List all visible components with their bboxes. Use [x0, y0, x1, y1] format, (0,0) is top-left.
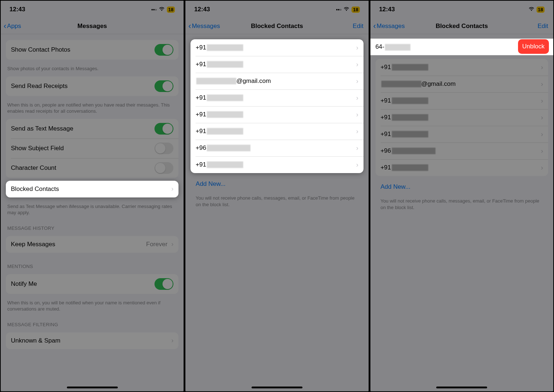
group-history: Keep Messages Forever › — [6, 236, 178, 253]
blocked-contact-row[interactable]: +96 › — [190, 140, 363, 156]
chevron-right-icon: › — [356, 111, 358, 119]
row-value: Forever — [146, 241, 168, 248]
blocked-contact-row[interactable]: +91 › — [190, 156, 363, 173]
toggle-on-icon[interactable] — [154, 80, 173, 92]
group-sms: Send as Text Message Show Subject Field … — [6, 119, 178, 178]
page-title: Blocked Contacts — [251, 23, 303, 30]
unblock-button[interactable]: Unblock — [518, 39, 549, 54]
blocked-contact-row[interactable]: +91 › — [376, 109, 548, 126]
contact-prefix: +96 — [381, 147, 391, 155]
contact-prefix: +91 — [196, 61, 206, 68]
redacted-text — [392, 148, 435, 154]
chevron-right-icon: › — [541, 114, 543, 121]
contact-prefix: +91 — [381, 131, 391, 138]
contact-prefix: +96 — [196, 144, 206, 152]
intro-footer — [1, 34, 184, 37]
blocked-contact-row[interactable]: +91 › — [190, 39, 363, 56]
add-new-button[interactable]: Add New... — [185, 176, 368, 192]
chevron-right-icon: › — [171, 185, 173, 193]
contact-photos-footer: Show photos of your contacts in Messages… — [1, 63, 184, 73]
redacted-text — [392, 131, 428, 137]
home-indicator[interactable] — [252, 387, 302, 388]
row-notify-me[interactable]: Notify Me — [6, 274, 178, 294]
redacted-text — [207, 145, 250, 151]
status-time: 12:43 — [379, 6, 395, 13]
contact-prefix: +91 — [381, 164, 391, 171]
chevron-right-icon: › — [356, 77, 358, 85]
chevron-right-icon: › — [541, 64, 543, 71]
back-button[interactable]: ‹ Apps — [4, 18, 21, 34]
contact-fragment: 64- — [376, 43, 385, 50]
blocked-contact-row[interactable]: +91 › — [376, 159, 548, 176]
redacted-text — [207, 61, 243, 68]
blocked-contact-row[interactable]: +96 › — [376, 143, 548, 159]
toggle-on-icon[interactable] — [154, 44, 173, 56]
blocked-contact-row[interactable]: +91 › — [190, 106, 363, 123]
home-indicator[interactable] — [436, 387, 487, 388]
back-button[interactable]: ‹ Messages — [188, 18, 220, 34]
contact-prefix: +91 — [196, 128, 206, 135]
chevron-right-icon: › — [356, 94, 358, 102]
toggle-on-icon[interactable] — [154, 278, 173, 290]
back-button[interactable]: ‹ Messages — [373, 18, 405, 34]
row-unknown-spam[interactable]: Unknown & Spam › — [6, 332, 178, 349]
row-show-subject[interactable]: Show Subject Field — [6, 139, 178, 158]
contact-prefix: +91 — [196, 111, 206, 118]
battery-indicator: 18 — [167, 7, 175, 13]
redacted-text — [207, 95, 243, 101]
redacted-text — [207, 44, 243, 51]
toggle-off-icon[interactable] — [154, 143, 173, 154]
blocked-contact-row[interactable]: @gmail.com › — [376, 76, 548, 92]
row-blocked-contacts[interactable]: Blocked Contacts › — [6, 181, 178, 197]
blocked-contact-row[interactable]: +91 › — [376, 92, 548, 109]
wifi-icon — [159, 7, 165, 12]
redacted-text — [207, 128, 243, 135]
redacted-text — [392, 97, 428, 104]
home-indicator[interactable] — [67, 387, 118, 388]
blocked-contact-row[interactable]: +91 › — [190, 89, 363, 106]
chevron-right-icon: › — [541, 131, 543, 138]
blocked-contact-row[interactable]: +91 › — [190, 56, 363, 73]
edit-button[interactable]: Edit — [538, 18, 548, 34]
redacted-text — [207, 161, 243, 168]
nav-header: ‹ Messages Blocked Contacts Edit — [185, 18, 368, 34]
group-mentions: Notify Me — [6, 274, 178, 294]
chevron-right-icon: › — [171, 337, 173, 344]
contact-prefix: +91 — [196, 161, 206, 168]
chevron-right-icon: › — [171, 240, 173, 248]
blocked-contact-row[interactable]: +91 › — [376, 59, 548, 76]
contact-prefix: +91 — [381, 97, 391, 104]
nav-header: ‹ Messages Blocked Contacts Edit — [370, 18, 553, 34]
chevron-left-icon: ‹ — [373, 22, 376, 30]
status-time: 12:43 — [9, 6, 25, 13]
row-send-read-receipts[interactable]: Send Read Receipts — [6, 76, 178, 96]
read-receipts-footer: When this is on, people are notified whe… — [1, 99, 184, 116]
chevron-left-icon: ‹ — [188, 22, 191, 30]
chevron-right-icon: › — [541, 164, 543, 172]
chevron-right-icon: › — [541, 147, 543, 155]
row-keep-messages[interactable]: Keep Messages Forever › — [6, 236, 178, 253]
group-contact-photos: Show Contact Photos — [6, 40, 178, 60]
row-character-count[interactable]: Character Count — [6, 158, 178, 178]
panel-messages-settings: 12:43 ▪▪▫ 18 ‹ Apps Messages Show Contac… — [0, 0, 184, 392]
chevron-right-icon: › — [541, 97, 543, 105]
blocked-contact-row[interactable]: +91 › — [376, 126, 548, 143]
panel-blocked-unblock: 12:43 18 ‹ Messages Blocked Contacts Edi… — [370, 0, 554, 392]
blocked-contact-row[interactable]: @gmail.com › — [190, 73, 363, 89]
wifi-icon — [344, 7, 349, 12]
contact-suffix: @gmail.com — [236, 77, 271, 85]
blocked-contact-row[interactable]: +91 › — [190, 123, 363, 140]
row-label: Show Contact Photos — [11, 46, 70, 53]
add-new-button[interactable]: Add New... — [370, 179, 553, 195]
row-label: Show Subject Field — [11, 145, 64, 152]
toggle-on-icon[interactable] — [154, 123, 173, 135]
edit-button[interactable]: Edit — [353, 18, 363, 34]
toggle-off-icon[interactable] — [154, 162, 173, 174]
wifi-icon — [529, 7, 534, 12]
battery-indicator: 18 — [537, 7, 545, 13]
header-message-history: MESSAGE HISTORY — [1, 217, 184, 233]
header-mentions: MENTIONS — [1, 256, 184, 271]
chevron-right-icon: › — [356, 161, 358, 169]
row-send-as-text[interactable]: Send as Text Message — [6, 119, 178, 139]
row-show-contact-photos[interactable]: Show Contact Photos — [6, 40, 178, 60]
